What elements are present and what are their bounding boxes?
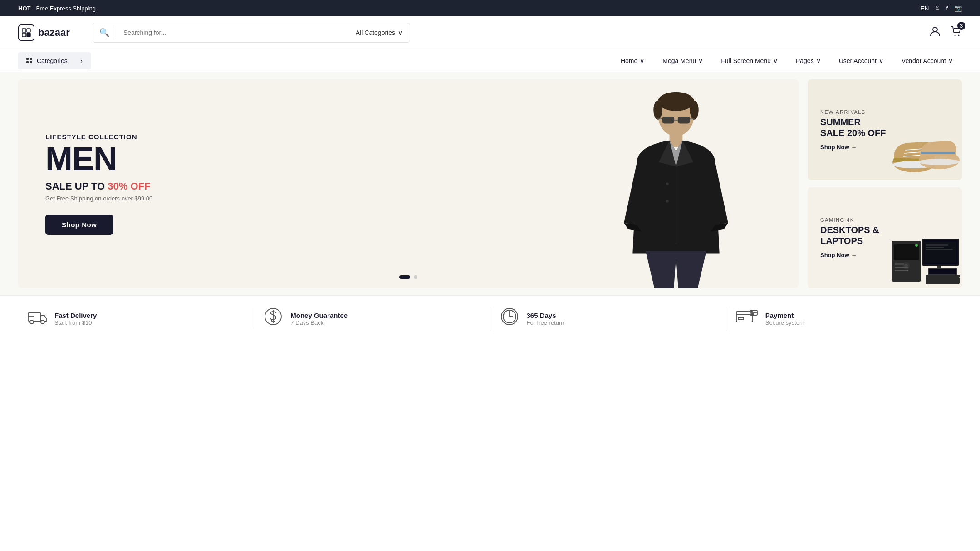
money-guarantee-title: Money Guarantee [290, 312, 348, 319]
categories-label: Categories [37, 57, 68, 64]
svg-point-50 [41, 320, 44, 324]
mega-menu-chevron-icon: ∨ [698, 57, 703, 64]
fast-delivery-icon [27, 308, 47, 329]
svg-rect-33 [895, 267, 908, 268]
nav-item-pages[interactable]: Pages ∨ [787, 49, 830, 72]
instagram-icon[interactable]: 📷 [954, 5, 962, 12]
svg-rect-29 [894, 244, 919, 260]
grid-icon [26, 58, 32, 63]
cart-button[interactable]: 3 [950, 25, 962, 40]
search-category-dropdown[interactable]: All Categories ∨ [348, 29, 410, 36]
fast-delivery-title: Fast Delivery [54, 312, 97, 319]
svg-rect-41 [926, 249, 953, 250]
nav-item-vendor-account[interactable]: Vendor Account ∨ [892, 49, 962, 72]
nav-item-full-screen-menu[interactable]: Full Screen Menu ∨ [712, 49, 787, 72]
features-bar: Fast Delivery Start from $10 Money Guara… [0, 295, 980, 341]
365-days-icon [500, 307, 519, 331]
summer-card-label: NEW ARRIVALS [820, 109, 949, 115]
svg-point-9 [653, 101, 662, 120]
cart-badge: 3 [957, 22, 965, 30]
svg-rect-46 [929, 269, 956, 274]
svg-rect-1 [27, 29, 30, 32]
svg-point-18 [666, 183, 669, 185]
header-icons: 3 [929, 25, 962, 40]
home-chevron-icon: ∨ [640, 57, 644, 64]
svg-point-8 [658, 92, 694, 111]
365-days-sub: For free return [527, 319, 564, 326]
categories-button[interactable]: Categories › [18, 52, 91, 69]
svg-rect-11 [662, 117, 674, 123]
search-input[interactable] [116, 29, 348, 36]
side-banners: NEW ARRIVALS SUMMERSALE 20% OFF Shop Now… [808, 79, 962, 288]
search-icon: 🔍 [93, 28, 116, 38]
top-bar-left: HOT Free Express Shipping [18, 5, 96, 12]
lang-selector[interactable]: EN [921, 5, 929, 12]
user-account-chevron-icon: ∨ [879, 57, 883, 64]
facebook-icon[interactable]: f [946, 5, 948, 12]
full-screen-chevron-icon: ∨ [773, 57, 778, 64]
nav-menu: Home ∨ Mega Menu ∨ Full Screen Menu ∨ Pa… [612, 49, 962, 72]
svg-rect-32 [895, 263, 904, 265]
svg-rect-34 [895, 270, 908, 271]
top-bar: HOT Free Express Shipping EN 𝕏 f 📷 [0, 0, 980, 16]
payment-icon [735, 308, 758, 329]
svg-rect-40 [926, 247, 944, 248]
categories-chevron-icon: › [80, 57, 83, 64]
chevron-down-icon: ∨ [398, 29, 402, 36]
nav-item-mega-menu[interactable]: Mega Menu ∨ [653, 49, 712, 72]
svg-point-4 [933, 27, 937, 32]
gaming-card: GAMING 4K DESKTOPS &LAPTOPS Shop Now → [808, 187, 962, 288]
hero-sale: SALE UP TO 30% OFF [45, 180, 152, 192]
hero-label: LIFESTYLE COLLECTION [45, 133, 152, 141]
header: bazaar 🔍 All Categories ∨ 3 [0, 16, 980, 49]
search-bar: 🔍 All Categories ∨ [93, 23, 410, 43]
svg-rect-27 [921, 152, 955, 154]
svg-point-35 [915, 244, 918, 247]
feature-money-guarantee: Money Guarantee 7 Days Back [254, 307, 490, 331]
pages-chevron-icon: ∨ [816, 57, 821, 64]
svg-point-10 [690, 101, 699, 120]
hero-shop-now-button[interactable]: Shop Now [45, 215, 113, 235]
slide-dot-2[interactable] [414, 275, 417, 279]
main-content: LIFESTYLE COLLECTION MEN SALE UP TO 30% … [0, 72, 980, 295]
svg-point-6 [958, 35, 960, 36]
desktop-image [889, 232, 962, 288]
hero-shipping: Get Free Shipping on orders over $99.00 [45, 195, 152, 202]
fast-delivery-sub: Start from $10 [54, 319, 97, 326]
payment-title: Payment [765, 312, 804, 319]
hero-content: LIFESTYLE COLLECTION MEN SALE UP TO 30% … [45, 133, 152, 235]
feature-fast-delivery: Fast Delivery Start from $10 [18, 308, 254, 329]
svg-rect-2 [22, 33, 26, 37]
twitter-icon[interactable]: 𝕏 [935, 5, 940, 12]
promo-text: Free Express Shipping [36, 5, 96, 12]
summer-sale-card: NEW ARRIVALS SUMMERSALE 20% OFF Shop Now… [808, 79, 962, 180]
hero-image [590, 79, 762, 288]
logo-icon [18, 24, 34, 41]
svg-rect-48 [28, 313, 41, 321]
hero-sale-percent: 30% OFF [108, 180, 150, 192]
svg-rect-61 [751, 314, 754, 315]
365-days-title: 365 Days [527, 312, 564, 319]
hero-title: MEN [45, 142, 152, 175]
slide-dot-1[interactable] [399, 275, 410, 279]
svg-point-5 [955, 35, 956, 36]
nav-item-home[interactable]: Home ∨ [612, 49, 653, 72]
nav: Categories › Home ∨ Mega Menu ∨ Full Scr… [0, 49, 980, 72]
slide-dots [399, 275, 417, 279]
nav-item-user-account[interactable]: User Account ∨ [830, 49, 892, 72]
logo[interactable]: bazaar [18, 24, 82, 41]
hero-banner: LIFESTYLE COLLECTION MEN SALE UP TO 30% … [18, 79, 799, 288]
feature-365-days: 365 Days For free return [490, 307, 726, 331]
logo-text: bazaar [38, 27, 70, 39]
hot-label: HOT [18, 5, 30, 12]
user-account-button[interactable] [929, 25, 941, 40]
svg-rect-47 [926, 277, 960, 284]
svg-rect-58 [738, 317, 744, 320]
top-bar-right: EN 𝕏 f 📷 [921, 5, 962, 12]
shoes-image [889, 124, 962, 180]
money-guarantee-icon [263, 307, 283, 331]
gaming-card-label: GAMING 4K [820, 217, 949, 223]
vendor-account-chevron-icon: ∨ [948, 57, 953, 64]
money-guarantee-sub: 7 Days Back [290, 319, 348, 326]
payment-sub: Secure system [765, 319, 804, 326]
